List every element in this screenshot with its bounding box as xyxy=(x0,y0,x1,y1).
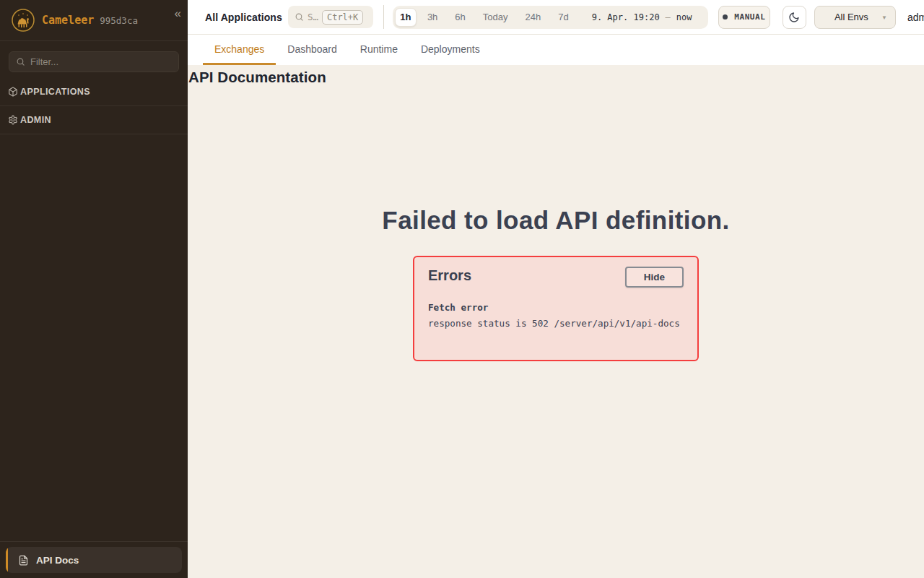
header-divider xyxy=(383,5,384,29)
time-from[interactable]: 9. Apr. 19:20 xyxy=(592,12,660,22)
main-area: All Applications S… Ctrl+K 1h 3h 6h Toda… xyxy=(188,0,924,578)
time-range-today[interactable]: Today xyxy=(483,12,508,22)
sidebar-item-admin[interactable]: ADMIN xyxy=(0,106,188,134)
box-icon xyxy=(8,87,18,97)
time-range-7d[interactable]: 7d xyxy=(558,12,568,22)
content-area: API Documentation Failed to load API def… xyxy=(188,65,924,578)
user-name: admin xyxy=(907,12,924,23)
time-range-1h[interactable]: 1h xyxy=(395,8,417,27)
time-to[interactable]: now xyxy=(676,12,692,22)
sidebar: Cameleer 995d3ca « Filter... APPLICATION… xyxy=(0,0,188,578)
sidebar-item-api-docs[interactable]: API Docs xyxy=(6,547,182,573)
manual-label: MANUAL xyxy=(734,12,765,22)
tabs-bar: Exchanges Dashboard Runtime Deployments xyxy=(188,35,924,65)
chevron-down-icon: ▼ xyxy=(881,14,887,21)
sidebar-section-label: ADMIN xyxy=(20,115,51,125)
sidebar-header: Cameleer 995d3ca « xyxy=(0,0,188,41)
dark-mode-toggle[interactable] xyxy=(783,6,806,29)
hide-errors-button[interactable]: Hide xyxy=(625,267,684,288)
error-message: response status is 502 /server/api/v1/ap… xyxy=(428,318,684,329)
brand-name: Cameleer xyxy=(42,14,94,27)
status-dot xyxy=(723,14,728,20)
search-icon xyxy=(295,12,304,22)
moon-icon xyxy=(788,12,800,23)
sidebar-spacer xyxy=(0,134,188,541)
time-range-3h[interactable]: 3h xyxy=(427,12,437,22)
header-title: All Applications xyxy=(205,12,282,23)
time-range-6h[interactable]: 6h xyxy=(455,12,465,22)
tab-runtime[interactable]: Runtime xyxy=(349,35,409,65)
errors-panel: Errors Hide Fetch error response status … xyxy=(413,256,699,361)
search-placeholder: S… xyxy=(308,12,318,22)
tab-deployments[interactable]: Deployments xyxy=(409,35,492,65)
brand-version: 995d3ca xyxy=(100,15,138,26)
gear-icon xyxy=(8,115,18,125)
sidebar-collapse-icon[interactable]: « xyxy=(175,7,181,21)
tab-exchanges[interactable]: Exchanges xyxy=(203,35,276,65)
active-item-accent xyxy=(6,547,8,573)
cameleer-logo-icon xyxy=(12,9,35,32)
manual-refresh-button[interactable]: MANUAL xyxy=(718,6,770,29)
time-range-24h[interactable]: 24h xyxy=(526,12,541,22)
time-separator: – xyxy=(666,12,671,22)
env-select[interactable]: All Envs ▼ xyxy=(814,6,896,29)
error-headline: Failed to load API definition. xyxy=(188,206,924,235)
sidebar-item-label: API Docs xyxy=(36,555,79,566)
file-text-icon xyxy=(18,555,29,566)
sidebar-footer: API Docs xyxy=(0,541,188,578)
global-search-input[interactable]: S… Ctrl+K xyxy=(288,6,373,28)
time-range-group: 1h 3h 6h Today 24h 7d 9. Apr. 19:20 – no… xyxy=(393,6,708,29)
sidebar-item-applications[interactable]: APPLICATIONS xyxy=(0,78,188,106)
tab-dashboard[interactable]: Dashboard xyxy=(276,35,349,65)
search-shortcut-badge: Ctrl+K xyxy=(322,10,363,25)
search-icon xyxy=(16,57,25,66)
sidebar-filter-input[interactable]: Filter... xyxy=(9,51,179,72)
page-title: API Documentation xyxy=(188,65,924,85)
filter-placeholder: Filter... xyxy=(30,56,58,67)
env-select-value: All Envs xyxy=(834,12,868,22)
error-name: Fetch error xyxy=(428,302,684,313)
top-header: All Applications S… Ctrl+K 1h 3h 6h Toda… xyxy=(188,0,924,35)
sidebar-section-label: APPLICATIONS xyxy=(20,87,90,97)
